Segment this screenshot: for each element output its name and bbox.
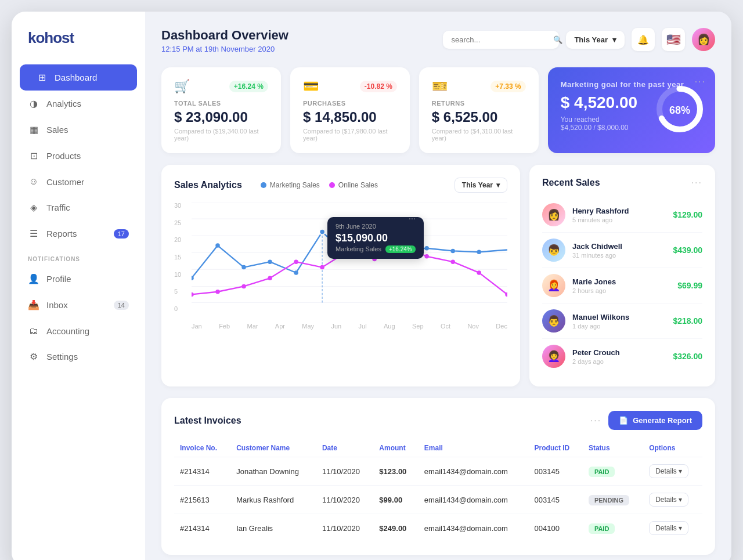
chevron-down-icon: ▾ [612, 35, 616, 44]
purchases-compare: Compared to ($17,980.00 last year) [303, 128, 397, 142]
search-box[interactable]: 🔍 [443, 31, 559, 49]
options-1[interactable]: Details ▾ [643, 486, 702, 514]
sale-info-2: Marie Jones 2 hours ago [572, 277, 670, 294]
sidebar-item-label: Inbox [46, 300, 68, 310]
notification-button[interactable]: 🔔 [632, 28, 655, 51]
avatar[interactable]: 👩 [692, 28, 715, 51]
returns-icon: 🎫 [432, 79, 448, 94]
sidebar-item-customer[interactable]: ☺ Customer [12, 169, 145, 194]
sidebar-item-accounting[interactable]: 🗂 Accounting [12, 318, 145, 344]
svg-point-11 [241, 265, 246, 270]
status-1: PENDING [583, 486, 643, 514]
svg-point-33 [477, 270, 481, 275]
online-dot [329, 182, 335, 188]
recent-sales-list: 👩 Henry Rashford 5 minutes ago $129.00 👦… [542, 197, 702, 374]
inbox-icon: 📥 [28, 299, 39, 310]
generate-report-button[interactable]: 📄 Generate Report [608, 411, 702, 430]
flag-button[interactable]: 🇺🇸 [662, 28, 685, 51]
svg-point-27 [320, 265, 324, 270]
notifications-section-label: NOTIFICATIONS [12, 247, 145, 266]
chart-card: Sales Analytics Marketing Sales Online S… [161, 165, 520, 386]
sale-name-2: Marie Jones [572, 277, 670, 286]
product-id-2: 004100 [529, 514, 583, 543]
invoices-more-button[interactable]: ··· [590, 416, 601, 426]
chart-area: 302520151050 [174, 202, 507, 330]
details-button-0[interactable]: Details ▾ [649, 464, 688, 478]
reports-badge: 17 [114, 229, 129, 239]
bell-icon: 🔔 [637, 34, 649, 45]
invoice-no-1: #215613 [174, 486, 230, 514]
chart-filter-button[interactable]: This Year ▾ [455, 178, 507, 193]
col-email: Email [419, 439, 529, 457]
sidebar: kohost ⊞ Dashboard ◑ Analytics ▦ Sales ⊡… [12, 12, 145, 560]
sale-item-1: 👦 Jack Chidwell 31 minutes ago $439.00 [542, 233, 702, 268]
recent-sales-card: Recent Sales ··· 👩 Henry Rashford 5 minu… [529, 165, 715, 386]
sidebar-item-dashboard[interactable]: ⊞ Dashboard [20, 64, 137, 91]
sales-compare: Compared to ($19,340.00 last year) [174, 128, 268, 142]
svg-point-12 [268, 259, 272, 264]
sidebar-item-label: Analytics [46, 99, 81, 109]
customer-name-1: Markus Rashford [230, 486, 316, 514]
sale-item-2: 👩‍🦰 Marie Jones 2 hours ago $69.99 [542, 268, 702, 304]
sale-item-0: 👩 Henry Rashford 5 minutes ago $129.00 [542, 197, 702, 233]
col-customer: Customer Name [230, 439, 316, 457]
svg-point-10 [215, 243, 220, 248]
chart-y-labels: 302520151050 [174, 202, 181, 312]
products-icon: ⊡ [28, 150, 39, 161]
returns-compare: Compared to ($4,310.00 last year) [432, 128, 526, 142]
sidebar-item-reports[interactable]: ☰ Reports 17 [12, 221, 145, 247]
search-input[interactable] [451, 35, 549, 44]
recent-sales-header: Recent Sales ··· [542, 178, 702, 188]
options-2[interactable]: Details ▾ [643, 514, 702, 543]
sidebar-item-settings[interactable]: ⚙ Settings [12, 344, 145, 370]
chart-title: Sales Analytics [174, 180, 242, 190]
chart-legend: Marketing Sales Online Sales [261, 181, 378, 189]
date-1: 11/10/2020 [316, 486, 373, 514]
sidebar-item-label: Dashboard [55, 73, 97, 82]
page-subtitle: 12:15 PM at 19th November 2020 [161, 45, 288, 53]
report-icon: 📄 [619, 416, 628, 425]
sale-amount-0: $129.00 [673, 210, 702, 219]
table-header-row: Invoice No. Customer Name Date Amount Em… [174, 439, 702, 457]
sidebar-item-label: Products [46, 151, 81, 161]
sidebar-item-analytics[interactable]: ◑ Analytics [12, 91, 145, 117]
flag-icon: 🇺🇸 [666, 32, 681, 46]
sale-info-3: Manuel Wilkons 1 day ago [572, 313, 666, 330]
sale-item-4: 👩‍🦱 Peter Crouch 2 days ago $326.00 [542, 339, 702, 374]
sidebar-item-sales[interactable]: ▦ Sales [12, 117, 145, 143]
svg-point-26 [294, 259, 298, 264]
options-0[interactable]: Details ▾ [643, 457, 702, 486]
sidebar-item-label: Sales [46, 125, 68, 135]
chart-tooltip: ··· 9th June 2020 $15,090.00 Marketing S… [327, 217, 424, 259]
svg-point-13 [294, 270, 298, 275]
sale-name-0: Henry Rashford [572, 207, 666, 215]
sale-amount-3: $218.00 [673, 316, 702, 326]
col-amount: Amount [373, 439, 419, 457]
cart-icon: 🛒 [174, 79, 190, 94]
details-button-1[interactable]: Details ▾ [649, 493, 688, 507]
sidebar-item-profile[interactable]: 👤 Profile [12, 266, 145, 292]
sidebar-item-products[interactable]: ⊡ Products [12, 143, 145, 169]
svg-point-22 [192, 292, 194, 297]
details-button-2[interactable]: Details ▾ [649, 521, 688, 535]
middle-row: Sales Analytics Marketing Sales Online S… [161, 165, 715, 386]
recent-sales-more-button[interactable]: ··· [691, 178, 702, 188]
col-product: Product ID [529, 439, 583, 457]
svg-point-23 [215, 290, 220, 294]
sidebar-item-inbox[interactable]: 📥 Inbox 14 [12, 292, 145, 318]
app-container: kohost ⊞ Dashboard ◑ Analytics ▦ Sales ⊡… [12, 12, 731, 560]
recent-sales-title: Recent Sales [542, 178, 600, 188]
avatar-emoji: 👩 [697, 33, 710, 46]
sidebar-item-traffic[interactable]: ◈ Traffic [12, 194, 145, 221]
profile-icon: 👤 [28, 273, 39, 284]
returns-label: RETURNS [432, 100, 526, 107]
sale-time-1: 31 minutes ago [572, 252, 666, 259]
online-legend-label: Online Sales [338, 181, 378, 189]
purchases-icon: 💳 [303, 79, 319, 94]
page-title: Dashboard Overview [161, 28, 288, 43]
invoice-no-0: #214314 [174, 457, 230, 486]
sale-item-3: 👨 Manuel Wilkons 1 day ago $218.00 [542, 304, 702, 339]
chart-months: JanFebMarApr MayJunJulAug SepOctNovDec [192, 323, 507, 330]
year-filter-button[interactable]: This Year ▾ [566, 31, 625, 49]
sidebar-item-label: Settings [46, 352, 78, 362]
